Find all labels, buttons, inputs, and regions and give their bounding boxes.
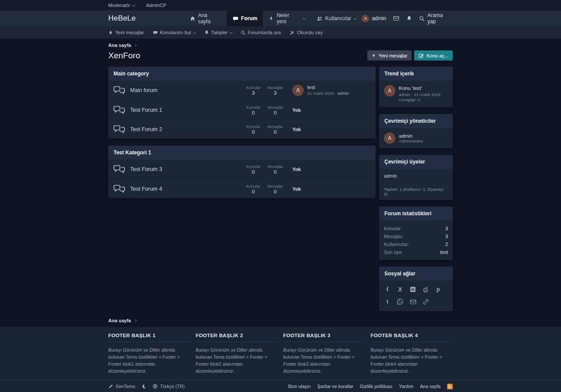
search-icon (419, 16, 425, 21)
facebook-icon[interactable]: f (384, 286, 391, 293)
avatar[interactable]: A (384, 132, 395, 144)
chevron-down-icon (303, 17, 306, 20)
staff-member[interactable]: A admin Administrator (384, 132, 448, 144)
nav-members[interactable]: Kullanıcılar (311, 11, 362, 26)
home-icon (190, 16, 195, 21)
stat-row: Kullanıcılar:2 (384, 240, 448, 248)
footer: FOOTER BAŞLIK 1 Burayı Görünüm ve Diller… (0, 327, 561, 392)
new-posts-button[interactable]: Yeni mesajlar (367, 50, 412, 61)
category-block: Main category Main forum Konular3 Mesajl… (108, 67, 376, 139)
subnav-find-threads[interactable]: Konularımı bul (153, 30, 195, 35)
privacy-link[interactable]: Gizlilik politikası (360, 384, 392, 389)
tumblr-icon[interactable]: t (384, 298, 391, 305)
forum-icon (114, 164, 125, 174)
breadcrumb[interactable]: Ana sayfa (108, 39, 453, 48)
forum-row-test-forum-2[interactable]: Test Forum 2 Konular0 Mesajlar0 Yok (108, 119, 376, 139)
forum-stats-title: Forum istatistikleri (379, 207, 453, 221)
chevron-down-icon (354, 17, 357, 20)
footer-column-3: FOOTER BAŞLIK 3 Burayı Görünüm ve Diller… (283, 333, 366, 374)
stat-row: Konular:3 (384, 225, 448, 232)
contact-link[interactable]: Bize ulaşın (288, 384, 310, 389)
moon-icon[interactable] (141, 384, 146, 389)
compose-icon (419, 53, 424, 58)
subnav-new-posts[interactable]: Yeni mesajlar (108, 30, 144, 35)
chevron-right-icon (134, 319, 137, 322)
search-button[interactable]: Arama yap (419, 12, 453, 25)
new-topic-button[interactable]: Konu aç... (414, 50, 453, 61)
category-block: Test Kategori 1 Test Forum 3 Konular0 Me… (108, 146, 376, 198)
moderator-bar: Moderatör AdminCP (0, 0, 561, 11)
chevron-down-icon (193, 31, 196, 34)
forum-icon (114, 86, 125, 95)
conversations-icon[interactable] (393, 15, 399, 21)
forum-row-test-forum-4[interactable]: Test Forum 4 Konular0 Mesajlar0 Yok (108, 179, 376, 198)
online-members-title: Çevrimiçi üyeler (379, 155, 453, 169)
alerts-bell-icon[interactable] (406, 15, 412, 21)
flame-icon (108, 30, 113, 35)
last-post[interactable]: A test 21 Aralık 2024 · admin (292, 85, 370, 96)
social-title: Sosyal ağlar (379, 267, 453, 281)
style-chooser[interactable]: XenTema (108, 384, 135, 389)
latest-member-link[interactable]: test (440, 249, 448, 255)
avatar: A (362, 15, 369, 22)
pinterest-icon[interactable]: p (435, 286, 442, 293)
stat-row: Son üye:test (384, 248, 448, 256)
linkedin-icon[interactable]: in (409, 286, 416, 293)
moderator-menu[interactable]: Moderatör (108, 3, 135, 8)
no-posts-label: Yok (292, 167, 301, 172)
forum-icon (114, 125, 125, 134)
nav-home[interactable]: Ana sayfa (184, 11, 227, 26)
home-link[interactable]: Ana sayfa (420, 384, 440, 389)
mark-read-icon (290, 30, 295, 35)
category-title[interactable]: Main category (108, 67, 376, 81)
subnav-search-forums[interactable]: Forumlarda ara (241, 30, 280, 35)
forum-row-main-forum[interactable]: Main forum Konular3 Mesajlar3 A test 21 … (108, 81, 376, 100)
subnav: Yeni mesajlar Konularımı bul Takipler Fo… (0, 26, 561, 39)
online-members-total: Toplam: 1 (Kullanıcı: 1, Ziyaretçi: 0) (379, 183, 453, 200)
footer-column-1: FOOTER BAŞLIK 1 Burayı Görünüm ve Diller… (108, 333, 191, 374)
avatar[interactable]: A (292, 85, 304, 96)
main-nav: Ana sayfa Forum Neler yeni Kullanıcılar (184, 11, 362, 26)
forum-row-test-forum-3[interactable]: Test Forum 3 Konular0 Mesajlar0 Yok (108, 160, 376, 179)
search-icon (241, 30, 245, 35)
nav-forum[interactable]: Forum (227, 11, 263, 26)
email-icon[interactable] (409, 298, 416, 305)
page-title: XenForo (108, 51, 140, 61)
site-logo[interactable]: HeBeLe (108, 11, 136, 26)
trending-block: Trend içerik A Konu 'test' admin · 21 Ar… (379, 67, 453, 107)
trending-item[interactable]: A Konu 'test' admin · 21 Aralık 2024 Cev… (384, 85, 448, 103)
avatar[interactable]: A (384, 85, 395, 96)
subnav-mark-read[interactable]: Okundu say (290, 30, 323, 35)
forum-stats-block: Forum istatistikleri Konular:3 Mesajlar:… (379, 207, 453, 260)
whatsapp-icon[interactable] (397, 298, 404, 305)
trending-title: Trend içerik (379, 67, 453, 81)
bolt-icon (269, 16, 274, 21)
forum-icon (114, 105, 125, 115)
chevron-down-icon (230, 31, 233, 34)
bell-icon (204, 30, 209, 35)
nav-whats-new[interactable]: Neler yeni (263, 11, 311, 26)
stat-row: Mesajlar:3 (384, 232, 448, 240)
breadcrumb-bottom[interactable]: Ana sayfa (108, 318, 453, 323)
terms-link[interactable]: Şartlar ve kurallar (317, 384, 353, 389)
admincp-link[interactable]: AdminCP (146, 3, 166, 8)
category-title[interactable]: Test Kategori 1 (108, 146, 376, 160)
x-twitter-icon[interactable]: X (397, 286, 404, 293)
help-link[interactable]: Yardım (399, 384, 413, 389)
comments-icon (233, 16, 238, 21)
forum-icon (114, 184, 125, 194)
reddit-icon[interactable] (422, 286, 429, 293)
language-chooser[interactable]: Türkçe (TR) (153, 384, 185, 389)
footer-column-2: FOOTER BAŞLIK 2 Burayı Görünüm ve Diller… (196, 333, 278, 374)
link-icon[interactable] (422, 298, 429, 305)
no-posts-label: Yok (292, 127, 301, 132)
chevron-right-icon (134, 43, 137, 46)
rss-icon[interactable] (447, 384, 453, 389)
subnav-watched[interactable]: Takipler (204, 30, 232, 35)
account-menu[interactable]: A admin (362, 15, 386, 22)
online-member-link[interactable]: admin (379, 169, 453, 183)
comment-icon (153, 30, 158, 35)
globe-icon (153, 384, 158, 389)
forum-row-test-forum-1[interactable]: Test Forum 1 Konular0 Mesajlar0 Yok (108, 100, 376, 119)
bolt-icon (372, 53, 376, 58)
